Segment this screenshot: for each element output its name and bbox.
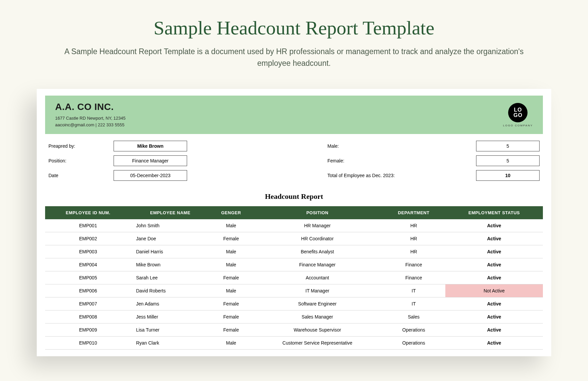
table-row: EMP006 David Roberts Male IT Manager IT … — [45, 284, 543, 297]
cell-id: EMP006 — [45, 284, 131, 297]
page-title: Sample Headcount Report Template — [27, 17, 561, 39]
cell-name: Ryan Clark — [131, 337, 209, 350]
logo-block: LO GO LOGO COMPANY — [503, 103, 533, 127]
company-name: A.A. CO INC. — [55, 102, 503, 112]
report-title: Headcount Report — [45, 188, 543, 206]
meta-row-date: Date 05-December-2023 — [48, 170, 261, 181]
cell-id: EMP001 — [45, 219, 131, 232]
meta-value-total: 10 — [476, 170, 540, 181]
company-address: 1677 Castle RD Newport, NY, 12345 — [55, 115, 503, 122]
logo-icon: LO GO — [508, 103, 528, 122]
cell-gender: Female — [209, 297, 253, 310]
meta-section: Preapred by: Mike Brown Position: Financ… — [45, 134, 543, 188]
cell-department: Sales — [382, 310, 446, 324]
meta-row-female: Female: 5 — [327, 155, 540, 166]
cell-status: Active — [445, 324, 543, 337]
table-row: EMP004 Mike Brown Male Finance Manager F… — [45, 258, 543, 271]
meta-label: Preapred by: — [48, 143, 109, 149]
col-employee-name: EMPLOYEE NAME — [131, 206, 209, 219]
cell-department: HR — [382, 232, 446, 245]
cell-department: Finance — [382, 271, 446, 284]
table-row: EMP007 Jen Adams Female Software Enginee… — [45, 297, 543, 310]
page-header: Sample Headcount Report Template A Sampl… — [0, 0, 588, 79]
cell-position: Warehouse Supervisor — [253, 324, 382, 337]
cell-position: Finance Manager — [253, 258, 382, 271]
meta-row-prepared-by: Preapred by: Mike Brown — [48, 141, 261, 151]
col-gender: GENGER — [209, 206, 253, 219]
company-contact: aacoinc@gmail.com | 222 333 5555 — [55, 122, 503, 128]
table-header-row: EMPLOYEE ID NUM. EMPLOYEE NAME GENGER PO… — [45, 206, 543, 219]
cell-name: Daniel Harris — [131, 245, 209, 258]
meta-value-position: Finance Manager — [114, 155, 187, 166]
meta-label: Male: — [327, 143, 401, 149]
cell-name: Sarah Lee — [131, 271, 209, 284]
document-wrapper: A.A. CO INC. 1677 Castle RD Newport, NY,… — [0, 79, 588, 356]
cell-gender: Male — [209, 258, 253, 271]
page-subtitle: A Sample Headcount Report Template is a … — [60, 46, 528, 69]
cell-id: EMP010 — [45, 337, 131, 350]
cell-name: John Smith — [131, 219, 209, 232]
cell-department: Finance — [382, 258, 446, 271]
col-employee-id: EMPLOYEE ID NUM. — [45, 206, 131, 219]
document-header: A.A. CO INC. 1677 Castle RD Newport, NY,… — [45, 96, 543, 134]
headcount-table: EMPLOYEE ID NUM. EMPLOYEE NAME GENGER PO… — [45, 206, 543, 350]
meta-label: Total of Employee as Dec. 2023: — [327, 173, 401, 178]
meta-row-position: Position: Finance Manager — [48, 155, 261, 166]
logo-text-line2: GO — [513, 113, 523, 118]
cell-gender: Female — [209, 310, 253, 324]
cell-position: Software Engineer — [253, 297, 382, 310]
cell-id: EMP008 — [45, 310, 131, 324]
col-department: DEPARTMENT — [382, 206, 446, 219]
meta-row-total: Total of Employee as Dec. 2023: 10 — [327, 170, 540, 181]
cell-status: Active — [445, 337, 543, 350]
meta-label: Position: — [48, 158, 109, 163]
cell-department: Operations — [382, 337, 446, 350]
document: A.A. CO INC. 1677 Castle RD Newport, NY,… — [37, 89, 551, 356]
cell-id: EMP005 — [45, 271, 131, 284]
cell-gender: Male — [209, 284, 253, 297]
meta-value-prepared-by: Mike Brown — [114, 141, 187, 151]
table-row: EMP008 Jess Miller Female Sales Manager … — [45, 310, 543, 324]
cell-name: Mike Brown — [131, 258, 209, 271]
cell-name: Lisa Turner — [131, 324, 209, 337]
cell-name: Jen Adams — [131, 297, 209, 310]
cell-id: EMP003 — [45, 245, 131, 258]
cell-status: Active — [445, 297, 543, 310]
cell-status: Active — [445, 245, 543, 258]
logo-text-line1: LO — [514, 107, 522, 112]
cell-name: Jane Doe — [131, 232, 209, 245]
cell-position: Customer Service Representative — [253, 337, 382, 350]
cell-status: Active — [445, 271, 543, 284]
cell-status: Active — [445, 310, 543, 324]
cell-department: Operations — [382, 324, 446, 337]
cell-name: David Roberts — [131, 284, 209, 297]
cell-gender: Female — [209, 271, 253, 284]
meta-row-male: Male: 5 — [327, 141, 540, 151]
table-row: EMP009 Lisa Turner Female Warehouse Supe… — [45, 324, 543, 337]
col-status: EMPLOYMENT STATUS — [445, 206, 543, 219]
cell-gender: Female — [209, 232, 253, 245]
cell-position: Accountant — [253, 271, 382, 284]
cell-position: IT Manager — [253, 284, 382, 297]
cell-position: HR Coordinator — [253, 232, 382, 245]
cell-department: HR — [382, 219, 446, 232]
cell-gender: Male — [209, 245, 253, 258]
meta-label: Date — [48, 173, 109, 178]
cell-status: Active — [445, 232, 543, 245]
cell-position: Benefits Analyst — [253, 245, 382, 258]
table-row: EMP005 Sarah Lee Female Accountant Finan… — [45, 271, 543, 284]
table-row: EMP002 Jane Doe Female HR Coordinator HR… — [45, 232, 543, 245]
meta-value-date: 05-December-2023 — [114, 170, 187, 181]
cell-status: Not Active — [445, 284, 543, 297]
meta-label: Female: — [327, 158, 401, 163]
cell-department: HR — [382, 245, 446, 258]
cell-status: Active — [445, 219, 543, 232]
cell-gender: Male — [209, 337, 253, 350]
cell-gender: Female — [209, 324, 253, 337]
cell-department: IT — [382, 297, 446, 310]
cell-department: IT — [382, 284, 446, 297]
table-row: EMP010 Ryan Clark Male Customer Service … — [45, 337, 543, 350]
cell-id: EMP002 — [45, 232, 131, 245]
cell-position: HR Manager — [253, 219, 382, 232]
cell-id: EMP009 — [45, 324, 131, 337]
